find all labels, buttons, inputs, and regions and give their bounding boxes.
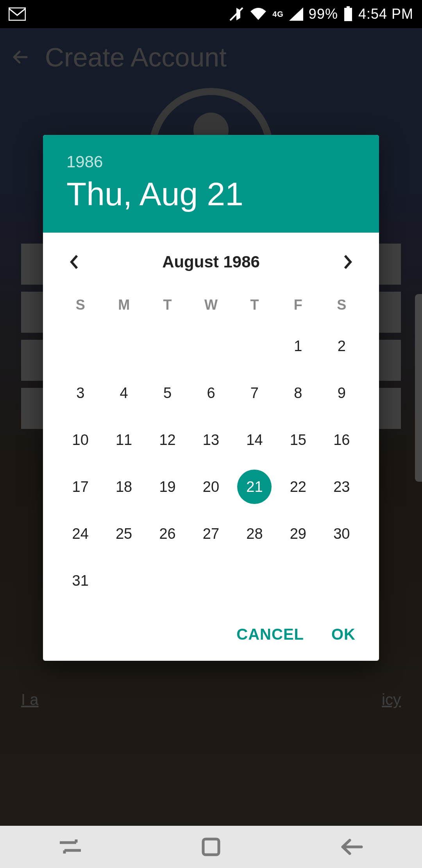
weekday-label: W: [189, 293, 232, 317]
clock-label: 4:54 PM: [358, 6, 413, 22]
signal-icon: [289, 7, 303, 21]
wifi-icon: [250, 7, 267, 21]
calendar-empty-cell: [233, 323, 276, 369]
calendar-day[interactable]: 10: [59, 416, 102, 463]
calendar-day[interactable]: 3: [59, 369, 102, 416]
weekday-label: S: [320, 293, 363, 317]
date-picker-dialog: 1986 Thu, Aug 21 August 1986 SMTWTFS 123…: [43, 135, 379, 661]
prev-month-button[interactable]: [64, 252, 84, 272]
calendar-day[interactable]: 29: [276, 510, 320, 557]
calendar-empty-cell: [59, 323, 102, 369]
ok-button[interactable]: OK: [331, 626, 356, 643]
calendar-empty-cell: [233, 557, 276, 604]
calendar-empty-cell: [102, 323, 145, 369]
calendar-day[interactable]: 19: [146, 463, 189, 510]
calendar-day[interactable]: 25: [102, 510, 145, 557]
back-button[interactable]: [336, 831, 367, 863]
calendar-empty-cell: [146, 323, 189, 369]
calendar-day[interactable]: 5: [146, 369, 189, 416]
recents-button[interactable]: [55, 831, 86, 863]
svg-rect-0: [9, 8, 25, 20]
weekday-label: M: [102, 293, 145, 317]
calendar-day[interactable]: 28: [233, 510, 276, 557]
calendar-day[interactable]: 12: [146, 416, 189, 463]
weekday-label: S: [59, 293, 102, 317]
calendar-week-row: 10111213141516: [43, 416, 379, 463]
calendar-empty-cell: [276, 557, 320, 604]
calendar-day[interactable]: 22: [276, 463, 320, 510]
calendar-empty-cell: [102, 557, 145, 604]
calendar-day[interactable]: 31: [59, 557, 102, 604]
calendar-day[interactable]: 14: [233, 416, 276, 463]
calendar-day[interactable]: 8: [276, 369, 320, 416]
calendar-day[interactable]: 18: [102, 463, 145, 510]
calendar-week-row: 31: [43, 557, 379, 604]
calendar-week-row: 12: [43, 323, 379, 369]
month-year-label: August 1986: [162, 253, 260, 271]
vibrate-silent-icon: [229, 6, 244, 22]
weekday-label: F: [276, 293, 320, 317]
weekday-label: T: [146, 293, 189, 317]
calendar-day[interactable]: 21: [233, 463, 276, 510]
calendar-week-row: 3456789: [43, 369, 379, 416]
calendar-empty-cell: [320, 557, 363, 604]
calendar-day[interactable]: 2: [320, 323, 363, 369]
calendar-day[interactable]: 27: [189, 510, 232, 557]
cancel-button[interactable]: CANCEL: [236, 626, 304, 643]
calendar-day[interactable]: 1: [276, 323, 320, 369]
calendar-day[interactable]: 6: [189, 369, 232, 416]
calendar-week-row: 24252627282930: [43, 510, 379, 557]
calendar-day[interactable]: 4: [102, 369, 145, 416]
svg-rect-4: [203, 839, 219, 855]
calendar-day[interactable]: 17: [59, 463, 102, 510]
weekday-label: T: [233, 293, 276, 317]
header-date[interactable]: Thu, Aug 21: [66, 175, 356, 213]
svg-rect-3: [347, 6, 350, 8]
calendar-day[interactable]: 13: [189, 416, 232, 463]
calendar-day[interactable]: 23: [320, 463, 363, 510]
calendar-day[interactable]: 11: [102, 416, 145, 463]
calendar-day[interactable]: 7: [233, 369, 276, 416]
calendar-day[interactable]: 20: [189, 463, 232, 510]
calendar-empty-cell: [146, 557, 189, 604]
calendar-day[interactable]: 16: [320, 416, 363, 463]
header-year[interactable]: 1986: [66, 152, 356, 171]
home-button[interactable]: [195, 831, 227, 863]
calendar-day[interactable]: 24: [59, 510, 102, 557]
gmail-icon: [9, 7, 26, 21]
calendar-grid: 1234567891011121314151617181920212223242…: [43, 323, 379, 612]
calendar-day[interactable]: 9: [320, 369, 363, 416]
status-bar: 4G 99% 4:54 PM: [0, 0, 422, 28]
weekday-header-row: SMTWTFS: [43, 293, 379, 317]
network-type-label: 4G: [272, 10, 284, 19]
date-picker-header: 1986 Thu, Aug 21: [43, 135, 379, 233]
calendar-empty-cell: [189, 557, 232, 604]
next-month-button[interactable]: [338, 252, 358, 272]
calendar-day[interactable]: 26: [146, 510, 189, 557]
calendar-week-row: 17181920212223: [43, 463, 379, 510]
calendar-day[interactable]: 30: [320, 510, 363, 557]
battery-percent-label: 99%: [309, 6, 338, 22]
system-nav-bar: [0, 826, 422, 868]
svg-rect-2: [344, 8, 352, 21]
battery-icon: [343, 6, 353, 22]
calendar-empty-cell: [189, 323, 232, 369]
calendar-day[interactable]: 15: [276, 416, 320, 463]
